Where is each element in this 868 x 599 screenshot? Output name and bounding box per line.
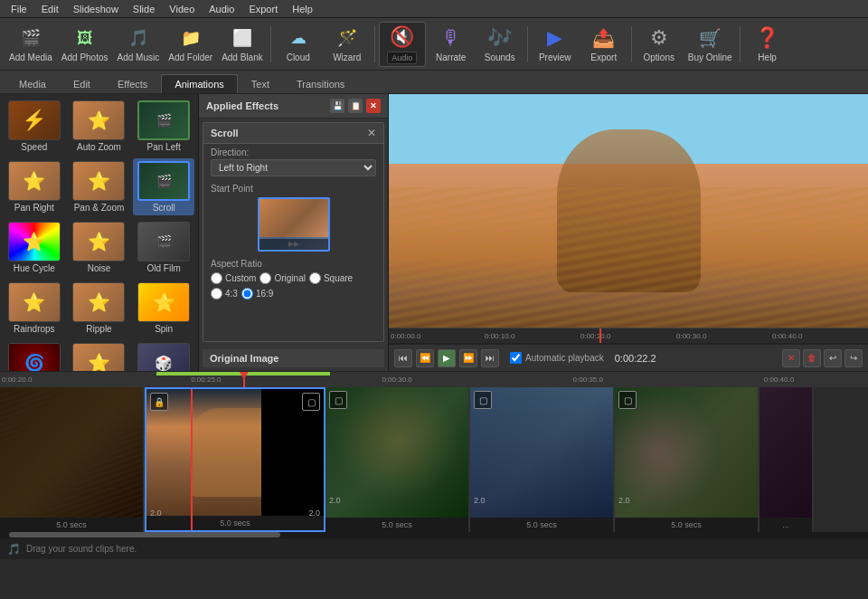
menu-slideshow[interactable]: Slideshow	[66, 4, 126, 14]
tab-transitions[interactable]: Transitions	[283, 74, 358, 93]
aspect-16-9[interactable]: 16:9	[241, 288, 273, 300]
clip-6-duration: ...	[760, 518, 812, 532]
add-photos-icon: 🖼	[72, 25, 98, 51]
audio-button[interactable]: 🔇 Audio	[379, 22, 426, 67]
help-button[interactable]: ❓ Help	[744, 22, 791, 67]
play-button[interactable]: ▶	[438, 349, 456, 367]
clip-1[interactable]: 5.0 secs	[0, 387, 145, 532]
tab-animations[interactable]: Animations	[161, 74, 237, 93]
preview-button[interactable]: ▶ Preview	[532, 22, 579, 67]
menu-bar: File Edit Slideshow Slide Video Audio Ex…	[0, 0, 868, 18]
effect-auto-zoom[interactable]: ⭐ Auto Zoom	[69, 98, 130, 155]
effect-waves[interactable]: ⭐ Waves	[69, 340, 130, 371]
wizard-button[interactable]: 🪄 Wizard	[324, 22, 371, 67]
bottom-ruler-4: 0:00:40.0	[764, 376, 794, 384]
options-icon: ⚙	[646, 25, 672, 51]
scroll-close-icon[interactable]: ✕	[367, 127, 376, 139]
buy-online-button[interactable]: 🛒 Buy Online	[684, 22, 736, 67]
aspect-original[interactable]: Original	[259, 272, 305, 284]
effect-raindrops[interactable]: ⭐ Raindrops	[4, 280, 65, 337]
clip-4-duration: 5.0 secs	[470, 518, 613, 532]
toolbar-separator-4	[631, 26, 632, 62]
narrate-button[interactable]: 🎙 Narrate	[428, 22, 475, 67]
add-music-button[interactable]: 🎵 Add Music	[114, 22, 164, 67]
applied-effects-save-icon[interactable]: 💾	[330, 99, 344, 113]
direction-select[interactable]: Left to Right Right to Left Top to Botto…	[211, 159, 376, 176]
aspect-square[interactable]: Square	[309, 272, 353, 284]
ruler-mark-1: 0:00:10.0	[485, 332, 514, 340]
effect-pan-right[interactable]: ⭐ Pan Right	[4, 158, 65, 215]
skip-start-button[interactable]: ⏮	[394, 349, 412, 367]
buy-online-icon: 🛒	[697, 25, 722, 51]
preview-area: 0:00:00.0 0:00:10.0 0:00:20.0 0:00:30.0 …	[389, 94, 868, 371]
clip-6[interactable]: ...	[760, 387, 814, 532]
start-point-thumbnail[interactable]: ▶▶	[258, 197, 330, 252]
effect-twirl[interactable]: 🌀 Twirl	[4, 340, 65, 371]
sound-icon: 🎵	[7, 543, 21, 556]
aspect-custom[interactable]: Custom	[211, 272, 256, 284]
scroll-title: Scroll	[211, 128, 239, 138]
applied-effects-copy-icon[interactable]: 📋	[348, 99, 363, 113]
add-folder-button[interactable]: 📁 Add Folder	[165, 22, 216, 67]
export-button[interactable]: 📤 Export	[580, 22, 627, 67]
preview-timeline-ruler: 0:00:00.0 0:00:10.0 0:00:20.0 0:00:30.0 …	[389, 328, 868, 344]
clip-3[interactable]: ▢ 2.0 5.0 secs	[326, 387, 470, 532]
clip-2-num-left: 2.0	[150, 509, 162, 518]
skip-end-button[interactable]: ⏭	[481, 349, 499, 367]
clip-2[interactable]: 🔒 ▢ 2.0 2.0 5.0 secs	[145, 387, 326, 532]
menu-video[interactable]: Video	[162, 4, 202, 14]
applied-effects-close-icon[interactable]: ✕	[366, 99, 381, 113]
menu-file[interactable]: File	[4, 4, 34, 14]
clip-3-duration: 5.0 secs	[326, 518, 468, 532]
add-media-button[interactable]: 🎬 Add Media	[5, 22, 56, 67]
preview-canvas	[389, 94, 868, 328]
clip-3-overlay: ▢	[329, 391, 347, 409]
effect-old-film[interactable]: 🎬 Old Film	[133, 219, 194, 276]
effect-pan-zoom[interactable]: ⭐ Pan & Zoom	[69, 158, 130, 215]
aspect-ratio-label: Aspect Ratio	[211, 259, 376, 269]
clip-4[interactable]: ▢ 2.0 5.0 secs	[470, 387, 615, 532]
auto-playback-checkbox[interactable]	[510, 352, 522, 364]
tab-edit[interactable]: Edit	[60, 74, 104, 93]
aspect-ratio-group: Custom Original Square 4:3 16:9	[211, 272, 376, 300]
add-blank-button[interactable]: ⬜ Add Blank	[218, 22, 267, 67]
cloud-button[interactable]: ☁ Cloud	[275, 22, 322, 67]
effect-noise[interactable]: ⭐ Noise	[69, 219, 130, 276]
menu-slide[interactable]: Slide	[126, 4, 162, 14]
effects-panel: ⚡ Speed ⭐ Auto Zoom 🎬 Pan Left	[0, 94, 199, 371]
menu-audio[interactable]: Audio	[202, 4, 241, 14]
clear-button[interactable]: ✕	[782, 349, 800, 367]
undo-button[interactable]: ↩	[824, 349, 842, 367]
tab-effects[interactable]: Effects	[104, 74, 161, 93]
main-content: ⚡ Speed ⭐ Auto Zoom 🎬 Pan Left	[0, 94, 868, 371]
options-button[interactable]: ⚙ Options	[636, 22, 683, 67]
aspect-4-3[interactable]: 4:3	[211, 288, 238, 300]
step-forward-button[interactable]: ⏩	[459, 349, 477, 367]
menu-export[interactable]: Export	[241, 4, 285, 14]
effect-spin[interactable]: ⭐ Spin	[133, 280, 194, 337]
effect-hue-cycle[interactable]: ⭐ Hue Cycle	[4, 219, 65, 276]
menu-edit[interactable]: Edit	[34, 4, 66, 14]
redo-button[interactable]: ↪	[844, 349, 863, 367]
effect-scroll[interactable]: 🎬 Scroll	[133, 158, 194, 215]
delete-button[interactable]: 🗑	[803, 349, 821, 367]
timeline: 0:00:20.0 0:00:25.0 0:00:30.0 0:00:35.0 …	[0, 371, 868, 575]
effect-randomize[interactable]: 🎲 Randomize	[133, 340, 194, 371]
tab-text[interactable]: Text	[238, 74, 283, 93]
add-photos-button[interactable]: 🖼 Add Photos	[58, 22, 112, 67]
ruler-mark-4: 0:00:40.0	[772, 332, 802, 340]
effect-pan-left[interactable]: 🎬 Pan Left	[133, 98, 194, 155]
clip-5[interactable]: ▢ 2.0 5.0 secs	[615, 387, 760, 532]
toolbar-separator-2	[374, 26, 375, 62]
narrate-icon: 🎙	[439, 25, 464, 51]
bottom-timeline-ruler: 0:00:20.0 0:00:25.0 0:00:30.0 0:00:35.0 …	[0, 371, 868, 387]
tab-media[interactable]: Media	[5, 74, 60, 93]
menu-help[interactable]: Help	[285, 4, 320, 14]
effect-ripple[interactable]: ⭐ Ripple	[69, 280, 130, 337]
sounds-button[interactable]: 🎶 Sounds	[476, 22, 524, 67]
clip-4-num: 2.0	[474, 496, 486, 505]
step-back-button[interactable]: ⏪	[416, 349, 434, 367]
effect-speed[interactable]: ⚡ Speed	[4, 98, 65, 155]
bottom-ruler-0: 0:00:20.0	[2, 376, 32, 384]
bottom-ruler-2: 0:00:30.0	[382, 376, 411, 384]
